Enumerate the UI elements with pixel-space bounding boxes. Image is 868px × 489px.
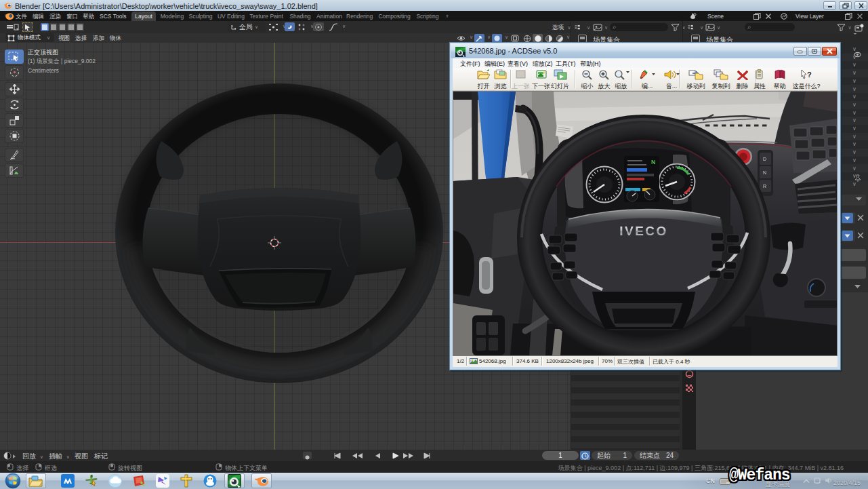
svg-text:?: ? [807, 71, 812, 79]
svg-text:D: D [763, 157, 766, 161]
svg-text:IVECO: IVECO [619, 224, 668, 238]
svg-text:N: N [651, 159, 656, 165]
svg-text:R: R [763, 184, 766, 189]
svg-text:N: N [763, 170, 766, 175]
